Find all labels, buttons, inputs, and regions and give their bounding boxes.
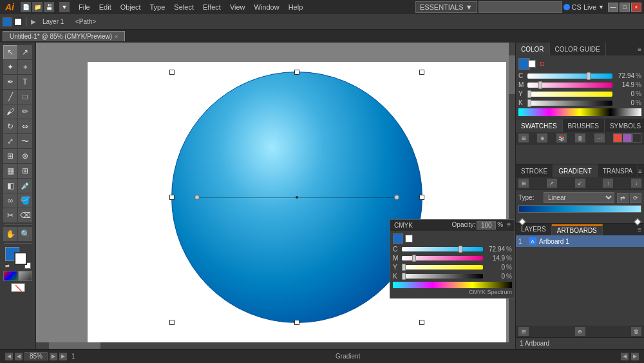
stroke-color-indicator[interactable] (14, 17, 23, 26)
warp-tool[interactable]: 〜 (18, 134, 32, 148)
brushes-tab[interactable]: BRUSHES (563, 119, 605, 132)
stroke-indicator[interactable] (528, 60, 536, 68)
gradient-icon-3[interactable]: ↙ (575, 179, 585, 188)
gradient-end-handle[interactable] (394, 195, 399, 200)
cmyk-m-slider[interactable] (402, 256, 483, 260)
maximize-button[interactable]: □ (620, 3, 630, 12)
pencil-tool[interactable]: ✏ (18, 104, 32, 119)
minimize-button[interactable]: — (608, 3, 618, 12)
m-thumb[interactable] (538, 81, 542, 89)
stroke-color-box[interactable] (14, 252, 27, 265)
cmyk-y-thumb[interactable] (402, 264, 406, 271)
circle-object[interactable] (171, 72, 422, 323)
c-thumb[interactable] (587, 72, 591, 80)
new-file-icon[interactable]: 📄 (21, 2, 31, 12)
handle-top[interactable] (294, 70, 299, 75)
gradient-mode-btn[interactable] (18, 271, 32, 281)
status-left-btn[interactable]: ◀ (621, 353, 629, 360)
layers-icon-1[interactable]: ⊞ (518, 327, 529, 336)
direct-selection-tool[interactable]: ↗ (18, 45, 32, 59)
gradient-start-handle[interactable] (194, 195, 200, 200)
c-slider[interactable] (527, 74, 612, 79)
blend-tool[interactable]: ∞ (3, 193, 17, 208)
zoom-in-btn[interactable]: ◀ (5, 353, 13, 360)
stroke-tab[interactable]: STROKE (516, 164, 553, 177)
close-tab-button[interactable]: × (115, 34, 118, 40)
handle-right[interactable] (419, 195, 424, 200)
hand-tool[interactable]: ✋ (3, 227, 17, 241)
handle-bottom-left[interactable] (169, 320, 175, 325)
handle-top-right[interactable] (419, 70, 424, 75)
layers-icon-2[interactable]: ⊕ (575, 327, 585, 336)
swatch-lib-btn[interactable]: 📚 (556, 133, 567, 142)
free-transform-tool[interactable]: ⊞ (3, 149, 17, 163)
magic-wand-tool[interactable]: ✦ (3, 60, 17, 74)
transparency-tab[interactable]: TRANSPA (598, 164, 639, 177)
swap-colors-icon[interactable]: ⇄ (5, 263, 10, 269)
menu-type[interactable]: Type (146, 2, 169, 12)
fill-color-indicator[interactable] (3, 17, 12, 26)
zoom-out-btn[interactable]: ◀ (15, 353, 23, 360)
layers-tab[interactable]: LAYERS (516, 224, 552, 235)
zoom-end-btn[interactable]: ▶ (59, 353, 67, 360)
handle-bottom-right[interactable] (419, 320, 424, 325)
swatch-red[interactable] (613, 133, 622, 142)
menu-help[interactable]: Help (285, 2, 307, 12)
swatch-options-btn[interactable]: ⋯ (594, 133, 605, 142)
cmyk-c-thumb[interactable] (459, 246, 462, 253)
scale-tool[interactable]: ⤢ (3, 134, 17, 148)
gradient-type-select[interactable]: Linear (544, 192, 614, 203)
cmyk-spectrum-bar[interactable] (393, 282, 512, 288)
swatch-delete-btn[interactable]: 🗑 (575, 133, 585, 142)
color-spectrum-bar[interactable] (518, 108, 641, 116)
essentials-button[interactable]: ESSENTIALS ▼ (415, 1, 477, 13)
selection-tool[interactable]: ↖ (3, 45, 17, 59)
zoom-input[interactable] (24, 352, 48, 360)
cmyk-k-thumb[interactable] (402, 273, 406, 280)
eyedropper-tool[interactable]: 💉 (18, 179, 32, 193)
opacity-input[interactable] (477, 221, 496, 230)
gradient-preview-bar[interactable] (518, 205, 641, 213)
none-mode-btn[interactable]: | (11, 283, 25, 292)
cmyk-c-slider[interactable] (402, 247, 483, 251)
color-mode-btn[interactable] (3, 271, 17, 281)
live-paint-tool[interactable]: 🪣 (18, 193, 32, 208)
menu-select[interactable]: Select (170, 2, 198, 12)
handle-top-left[interactable] (169, 70, 175, 75)
canvas-area[interactable] (36, 43, 515, 349)
save-icon[interactable]: 💾 (44, 2, 54, 12)
horizontal-scroll-thumb[interactable] (49, 342, 100, 349)
artboard-row[interactable]: 1 A Artboard 1 (516, 235, 644, 247)
eraser-tool[interactable]: ⌫ (18, 208, 32, 222)
color-tab[interactable]: COLOR (516, 43, 550, 55)
gradient-menu[interactable]: ≡ (638, 164, 644, 177)
y-thumb[interactable] (527, 90, 531, 98)
menu-window[interactable]: Window (251, 2, 283, 12)
zoom-next-btn[interactable]: ▶ (50, 353, 57, 360)
lasso-tool[interactable]: ⌖ (18, 60, 32, 74)
scissor-tool[interactable]: ✂ (3, 208, 17, 222)
rect-tool[interactable]: □ (18, 90, 32, 104)
gradient-icon-2[interactable]: ↗ (547, 179, 557, 188)
layers-delete-btn[interactable]: 🗑 (631, 327, 641, 336)
none-indicator[interactable] (540, 62, 544, 66)
cmyk-y-slider[interactable] (402, 265, 483, 270)
cmyk-m-thumb[interactable] (412, 255, 416, 262)
handle-bottom[interactable] (294, 320, 299, 325)
gradient-icon-1[interactable]: ⊞ (518, 179, 529, 188)
menu-object[interactable]: Object (117, 2, 145, 12)
color-panel-menu[interactable]: ≡ (638, 43, 644, 55)
color-guide-tab[interactable]: COLOR GUIDE (550, 43, 606, 55)
arrow-down-icon[interactable]: ▼ (59, 2, 70, 12)
cmyk-fill-box[interactable] (393, 233, 403, 244)
type-tool[interactable]: T (18, 75, 32, 89)
artboards-tab[interactable]: ARTBOARDS (552, 224, 603, 235)
cmyk-k-slider[interactable] (402, 274, 483, 279)
m-slider[interactable] (527, 83, 612, 88)
search-input[interactable] (478, 1, 562, 13)
symbol-tool[interactable]: ⊛ (18, 149, 32, 163)
gradient-tool[interactable]: ◧ (3, 179, 17, 193)
k-thumb[interactable] (527, 99, 531, 107)
cmyk-menu[interactable]: ≡ (507, 221, 511, 230)
cmyk-stroke-box[interactable] (405, 235, 413, 242)
